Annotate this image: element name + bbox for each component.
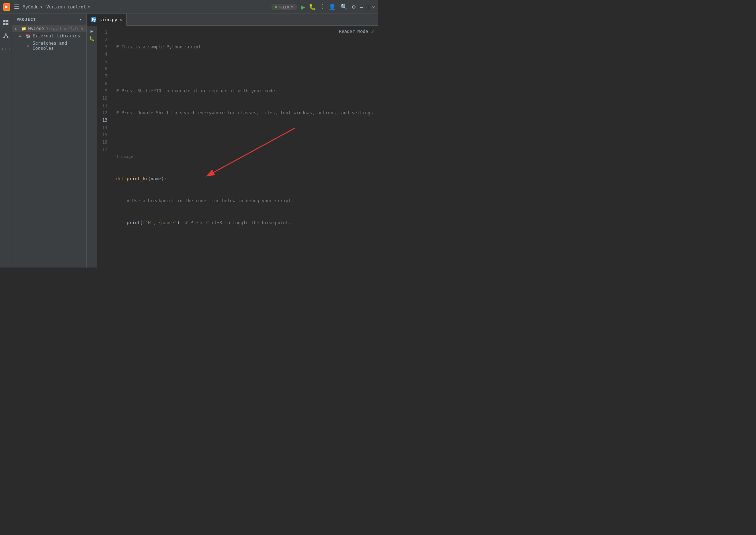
maximize-button[interactable]: □	[366, 4, 369, 10]
run-panel-icon[interactable]: ▶	[90, 29, 93, 34]
debug-button[interactable]: 🐛	[309, 3, 316, 10]
settings-icon[interactable]: ⚙	[352, 3, 356, 10]
main-py-tab[interactable]: Py main.py ×	[87, 14, 127, 26]
code-line-7: def print_hi (name):	[116, 175, 375, 182]
code-line-5	[116, 131, 375, 139]
mycode-subtext: D:\python\MyCode	[45, 26, 84, 31]
line-num-15: 15	[97, 131, 110, 139]
line-num-2: 2	[97, 36, 110, 43]
sidebar-item-mycode[interactable]: ▶ 📁 MyCode D:\python\MyCode	[12, 25, 86, 32]
close-button[interactable]: ×	[372, 4, 375, 10]
code-line-1: # This is a sample Python script.	[116, 43, 375, 51]
code-content[interactable]: # This is a sample Python script. # Pres…	[112, 26, 378, 268]
code-line-2	[116, 65, 375, 73]
tab-bar: Py main.py × ⋮	[87, 14, 378, 26]
branch-indicator[interactable]: ● main ▾	[271, 4, 297, 10]
code-line-9: print ( f'Hi, {name}' ) # Press Ctrl+8 t…	[116, 219, 375, 226]
line-num-14: 14	[97, 124, 110, 131]
line-num-11: 11	[97, 102, 110, 109]
tree-arrow-extlibs: ▶	[19, 34, 24, 38]
code-line-6: 1 usage	[116, 153, 375, 160]
line-num-12: 12	[97, 109, 110, 117]
code-line-10	[116, 241, 375, 248]
svg-point-7	[3, 37, 5, 38]
line-num-5: 5	[97, 58, 110, 65]
line-num-6: 6	[97, 65, 110, 73]
line-num-4: 4	[97, 51, 110, 58]
line-num-10: 10	[97, 95, 110, 102]
reader-mode-check-icon: ✓	[371, 29, 374, 34]
external-libraries-label: External Libraries	[33, 33, 84, 38]
app-icon	[3, 3, 10, 11]
more-options-button[interactable]: ⋮	[320, 3, 326, 10]
line-num-1: 1	[97, 29, 110, 36]
activity-project-button[interactable]	[0, 17, 12, 29]
line-num-8: 8	[97, 80, 110, 87]
svg-line-10	[6, 35, 8, 37]
tree-arrow-mycode: ▶	[15, 27, 19, 31]
activity-more-button[interactable]: ···	[0, 43, 12, 55]
sidebar-item-external-libraries[interactable]: ▶ 📚 External Libraries	[12, 32, 86, 40]
title-bar-right: 👤 🔍 ⚙ — □ ×	[329, 3, 375, 10]
run-button[interactable]: ▶	[301, 3, 305, 11]
activity-structure-button[interactable]	[0, 30, 12, 42]
sidebar-header: Project ▾	[12, 14, 86, 25]
svg-rect-5	[6, 23, 8, 25]
svg-point-6	[5, 33, 7, 35]
debug-panel-icon[interactable]: 🐛	[89, 36, 94, 41]
line-num-7: 7	[97, 73, 110, 80]
version-control-menu[interactable]: Version control ▾	[47, 4, 90, 10]
editor-area: Py main.py × ⋮ ▶ 🐛	[87, 14, 378, 268]
svg-rect-4	[3, 23, 5, 25]
line-num-9: 9	[97, 87, 110, 95]
left-run-panel: ▶ 🐛	[87, 26, 97, 268]
line-num-17: 17	[97, 146, 110, 153]
code-line-11	[116, 263, 375, 268]
usage-indicator: 1 usage	[116, 153, 133, 160]
line-num-16: 16	[97, 139, 110, 146]
title-bar: ☰ MyCode ▾ Version control ▾ ● main ▾ ▶ …	[0, 0, 378, 14]
code-editor[interactable]: 1 2 3 4 5 6 7 8 9 10 11 12 13 14 15 16 1	[97, 26, 378, 268]
list-icon-scratches: ≡	[25, 44, 31, 48]
scratches-label: Scratches and Consoles	[33, 41, 84, 51]
svg-line-9	[4, 35, 6, 37]
svg-point-8	[7, 37, 8, 38]
sidebar-content: ▶ 📁 MyCode D:\python\MyCode ▶ 📚 External…	[12, 25, 86, 268]
python-file-icon: Py	[91, 17, 96, 22]
folder-icon-mycode: 📁	[21, 26, 27, 31]
line-num-13: 13	[97, 117, 110, 124]
hamburger-button[interactable]: ☰	[14, 3, 19, 10]
app-name-menu[interactable]: MyCode ▾	[23, 4, 43, 10]
svg-rect-2	[3, 20, 5, 22]
folder-icon-extlibs: 📚	[25, 34, 31, 38]
editor-main: ▶ 🐛 1 2 3	[87, 26, 378, 268]
window-controls: — □ ×	[360, 4, 375, 10]
line-numbers: 1 2 3 4 5 6 7 8 9 10 11 12 13 14 15 16 1	[97, 26, 112, 268]
main-layout: ··· Project ▾ ▶ 📁 MyCode D:\python\MyCod…	[0, 14, 378, 268]
reader-mode-button[interactable]: Reader Mode	[339, 29, 368, 34]
sidebar: Project ▾ ▶ 📁 MyCode D:\python\MyCode ▶ …	[12, 14, 87, 268]
mycode-label: MyCode	[28, 26, 44, 31]
svg-rect-3	[6, 20, 8, 22]
minimize-button[interactable]: —	[360, 4, 363, 10]
activity-bar: ···	[0, 14, 12, 268]
title-bar-left: ☰ MyCode ▾ Version control ▾ ● main ▾ ▶ …	[3, 3, 326, 11]
user-icon[interactable]: 👤	[329, 3, 336, 10]
tab-label: main.py	[99, 17, 117, 22]
sidebar-item-scratches[interactable]: ≡ Scratches and Consoles	[12, 40, 86, 52]
tab-close-button[interactable]: ×	[119, 17, 122, 22]
search-icon[interactable]: 🔍	[340, 3, 348, 10]
code-line-3: # Press Shift+F10 to execute it or repla…	[116, 87, 375, 95]
line-num-3: 3	[97, 43, 110, 51]
reader-mode-area: Reader Mode ✓	[339, 29, 374, 34]
code-line-8: # Use a breakpoint in the code line belo…	[116, 197, 375, 204]
code-line-4: # Press Double Shift to search everywher…	[116, 109, 375, 117]
